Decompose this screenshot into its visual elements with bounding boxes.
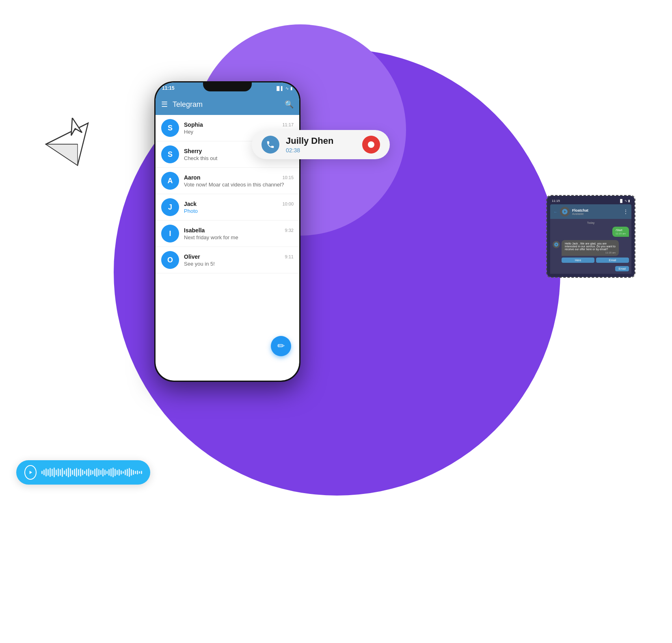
chat-name-sophia: Sophia bbox=[184, 121, 203, 128]
chat-name-aaron: Aaron bbox=[184, 174, 200, 181]
mini-phone-screen: 11:15 ▐▌ ∿ ▮ ← Floatchat Available ⋮ bbox=[547, 196, 635, 277]
mini-status-bar: 11:15 ▐▌ ∿ ▮ bbox=[550, 199, 631, 203]
status-icons: ▐▌▌ ∿ ▮ bbox=[275, 86, 293, 91]
chat-preview-oliver: See you in 5! bbox=[184, 261, 294, 267]
signal-icon: ▐▌▌ bbox=[275, 86, 284, 91]
call-duration: 02:38 bbox=[286, 147, 356, 154]
mini-more-icon: ⋮ bbox=[623, 209, 628, 214]
call-phone-icon bbox=[261, 136, 279, 154]
call-info: Juilly Dhen 02:38 bbox=[286, 136, 356, 154]
mini-bot-bubble: Hello Jack , We are glad, you are intere… bbox=[562, 240, 619, 256]
mini-status-time: 11:15 bbox=[552, 199, 560, 203]
mini-msg-start: /Start 11:15 am bbox=[612, 227, 629, 237]
caller-name: Juilly Dhen bbox=[286, 136, 356, 146]
battery-icon: ▮ bbox=[290, 86, 293, 91]
chat-name-isabella: Isabella bbox=[184, 227, 205, 234]
call-record-button[interactable] bbox=[362, 136, 380, 154]
mini-action-buttons: Here Email bbox=[562, 258, 629, 263]
mini-partial-email: Email bbox=[615, 266, 629, 271]
chat-name-jack: Jack bbox=[184, 201, 197, 207]
chat-content-aaron: Aaron 10:15 Vote now! Moar cat videos in… bbox=[184, 174, 294, 188]
mini-btn-email[interactable]: Email bbox=[596, 258, 629, 263]
telegram-header: ☰ Telegram 🔍 bbox=[156, 94, 299, 115]
avatar-oliver: O bbox=[161, 251, 179, 269]
chat-item-isabella[interactable]: I Isabella 9:32 Next friday work for me bbox=[156, 221, 299, 247]
mini-phone-wrapper: 11:15 ▐▌ ∿ ▮ ← Floatchat Available ⋮ bbox=[546, 195, 635, 278]
mini-msg-start-time: 11:15 am bbox=[616, 232, 626, 235]
avatar-aaron: A bbox=[161, 172, 179, 190]
chat-name-oliver: Oliver bbox=[184, 253, 200, 260]
chat-name-sherry: Sherry bbox=[184, 148, 202, 154]
mini-phone-border: 11:15 ▐▌ ∿ ▮ ← Floatchat Available ⋮ bbox=[546, 195, 635, 278]
mini-btn-here[interactable]: Here bbox=[562, 258, 594, 263]
search-icon[interactable]: 🔍 bbox=[285, 100, 294, 109]
chat-preview-isabella: Next friday work for me bbox=[184, 234, 294, 240]
mini-back-icon: ← bbox=[553, 210, 557, 214]
avatar-jack: J bbox=[161, 198, 179, 216]
avatar-sophia: S bbox=[161, 119, 179, 137]
mini-msg-start-text: /Start bbox=[616, 229, 626, 232]
chat-content-isabella: Isabella 9:32 Next friday work for me bbox=[184, 227, 294, 240]
voice-waveform bbox=[41, 467, 142, 478]
wifi-icon: ∿ bbox=[285, 86, 289, 91]
voice-play-button[interactable] bbox=[24, 465, 37, 480]
mini-bot-time: 11:15 am bbox=[565, 251, 616, 254]
mini-bot-text: Hello Jack , We are glad, you are intere… bbox=[565, 242, 616, 251]
call-notification: Juilly Dhen 02:38 bbox=[252, 130, 390, 159]
paper-plane-icon bbox=[41, 118, 93, 171]
chat-preview-aaron: Vote now! Moar cat videos in this channe… bbox=[184, 182, 294, 188]
mini-app-status: Available bbox=[572, 212, 621, 215]
phone-device: 11:15 ▐▌▌ ∿ ▮ ☰ Telegram 🔍 S bbox=[154, 81, 300, 382]
mini-bot-avatar bbox=[553, 241, 560, 248]
record-dot bbox=[368, 141, 374, 148]
mini-chat-area: Today /Start 11:15 am bbox=[550, 219, 631, 274]
chat-content-jack: Jack 10:00 Photo bbox=[184, 201, 294, 214]
chat-content-oliver: Oliver 9:11 See you in 5! bbox=[184, 253, 294, 267]
mini-date-label: Today bbox=[553, 221, 629, 224]
avatar-isabella: I bbox=[161, 225, 179, 242]
svg-marker-2 bbox=[46, 144, 78, 165]
voice-message-bar bbox=[16, 460, 150, 485]
chat-time-isabella: 9:32 bbox=[285, 228, 294, 233]
avatar-sherry: S bbox=[161, 145, 179, 163]
chat-item-aaron[interactable]: A Aaron 10:15 Vote now! Moar cat videos … bbox=[156, 168, 299, 194]
mini-header: ← Floatchat Available ⋮ bbox=[550, 204, 631, 219]
status-time: 11:15 bbox=[162, 85, 175, 91]
mini-msg-bot: Hello Jack , We are glad, you are intere… bbox=[553, 240, 629, 263]
chat-item-jack[interactable]: J Jack 10:00 Photo bbox=[156, 194, 299, 221]
chat-time-oliver: 9:11 bbox=[285, 254, 294, 259]
mini-app-name: Floatchat bbox=[572, 208, 621, 212]
mini-header-text: Floatchat Available bbox=[572, 208, 621, 215]
phone-screen: 11:15 ▐▌▌ ∿ ▮ ☰ Telegram 🔍 S bbox=[156, 82, 299, 381]
chat-time-jack: 10:00 bbox=[282, 201, 294, 206]
phone-notch bbox=[203, 82, 252, 91]
chat-preview-jack: Photo bbox=[184, 208, 294, 214]
compose-fab[interactable]: ✏ bbox=[271, 336, 291, 356]
mini-app-avatar bbox=[560, 207, 570, 216]
telegram-title: Telegram bbox=[173, 100, 280, 109]
mini-status-icons: ▐▌ ∿ ▮ bbox=[619, 199, 630, 203]
chat-item-oliver[interactable]: O Oliver 9:11 See you in 5! bbox=[156, 247, 299, 273]
chat-time-aaron: 10:15 bbox=[282, 175, 294, 180]
menu-icon[interactable]: ☰ bbox=[161, 100, 168, 109]
chat-time-sophia: 11:17 bbox=[282, 122, 294, 127]
